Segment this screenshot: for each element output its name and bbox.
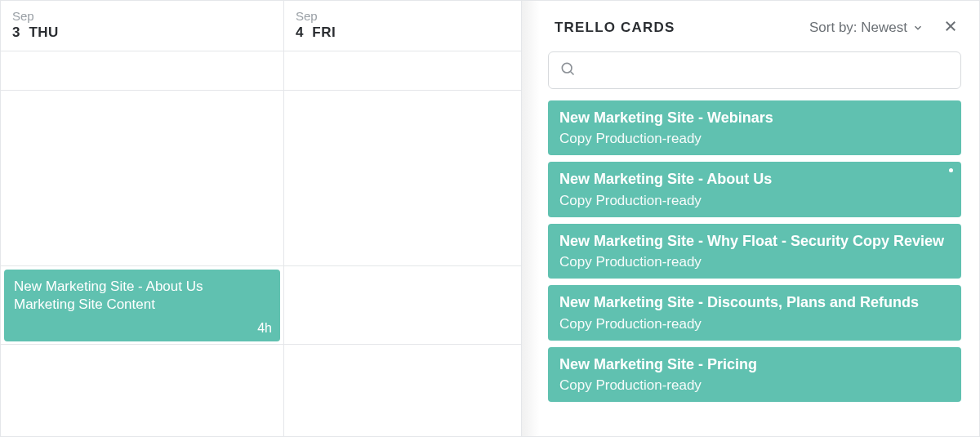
calendar-event-duration: 4h: [257, 320, 272, 337]
calendar-cell[interactable]: [1, 91, 284, 267]
trello-card[interactable]: New Marketing Site - Pricing Copy Produc…: [548, 347, 961, 402]
panel-shadow-separator: [522, 1, 540, 436]
panel-title: TRELLO CARDS: [555, 20, 809, 36]
calendar-cell[interactable]: [1, 51, 284, 91]
card-subtitle: Copy Production-ready: [559, 193, 950, 209]
card-title: New Marketing Site - Webinars: [559, 109, 950, 127]
app-root: Sep 3 THU Sep 4 FRI New Marketing Site -…: [0, 0, 980, 437]
calendar-row: New Marketing Site - About UsMarketing S…: [1, 266, 522, 345]
close-button[interactable]: [940, 16, 961, 40]
calendar-event[interactable]: New Marketing Site - About UsMarketing S…: [4, 270, 280, 341]
card-title: New Marketing Site - Why Float - Securit…: [559, 232, 950, 251]
calendar-cell[interactable]: [284, 266, 522, 345]
sort-label: Sort by: Newest: [809, 20, 907, 36]
calendar-header-month: Sep: [296, 9, 510, 23]
calendar-header-day: 3 THU: [12, 25, 272, 41]
card-subtitle: Copy Production-ready: [559, 377, 950, 394]
side-panel: TRELLO CARDS Sort by: Newest New Marketi…: [540, 1, 979, 436]
trello-card[interactable]: New Marketing Site - Discounts, Plans an…: [548, 285, 961, 340]
panel-header: TRELLO CARDS Sort by: Newest: [540, 1, 966, 51]
cards-list: New Marketing Site - Webinars Copy Produ…: [540, 100, 966, 402]
trello-card[interactable]: New Marketing Site - Webinars Copy Produ…: [548, 100, 961, 155]
calendar-cell[interactable]: New Marketing Site - About UsMarketing S…: [1, 266, 284, 345]
calendar-row: [1, 51, 522, 91]
calendar-row: [1, 91, 522, 267]
calendar-header-cell[interactable]: Sep 4 FRI: [284, 1, 522, 51]
search-icon: [559, 60, 576, 80]
card-title: New Marketing Site - Pricing: [559, 355, 950, 374]
svg-point-2: [562, 63, 572, 73]
search-field-wrap: [548, 51, 961, 89]
card-subtitle: Copy Production-ready: [559, 254, 950, 270]
calendar-cell[interactable]: [284, 345, 522, 436]
calendar-header-cell[interactable]: Sep 3 THU: [1, 1, 284, 51]
calendar-header-month: Sep: [12, 9, 272, 23]
calendar-cell[interactable]: [284, 51, 522, 91]
card-subtitle: Copy Production-ready: [559, 131, 950, 147]
calendar-cell[interactable]: [1, 345, 284, 436]
calendar-grid: Sep 3 THU Sep 4 FRI New Marketing Site -…: [1, 1, 522, 436]
card-indicator-dot: [949, 168, 953, 172]
search-input[interactable]: [548, 51, 961, 89]
close-icon: [943, 19, 958, 33]
card-subtitle: Copy Production-ready: [559, 316, 950, 332]
svg-line-3: [571, 72, 574, 75]
calendar-cell[interactable]: [284, 91, 522, 267]
trello-card[interactable]: New Marketing Site - Why Float - Securit…: [548, 224, 961, 279]
trello-card[interactable]: New Marketing Site - About Us Copy Produ…: [548, 162, 961, 216]
calendar-header-day: 4 FRI: [296, 25, 510, 41]
calendar-row: [1, 345, 522, 436]
card-title: New Marketing Site - Discounts, Plans an…: [559, 293, 950, 312]
sort-dropdown[interactable]: Sort by: Newest: [809, 20, 924, 36]
chevron-down-icon: [912, 22, 924, 33]
calendar-event-title: New Marketing Site - About UsMarketing S…: [14, 278, 270, 313]
card-title: New Marketing Site - About Us: [559, 170, 950, 189]
calendar-header-row: Sep 3 THU Sep 4 FRI: [1, 1, 522, 51]
